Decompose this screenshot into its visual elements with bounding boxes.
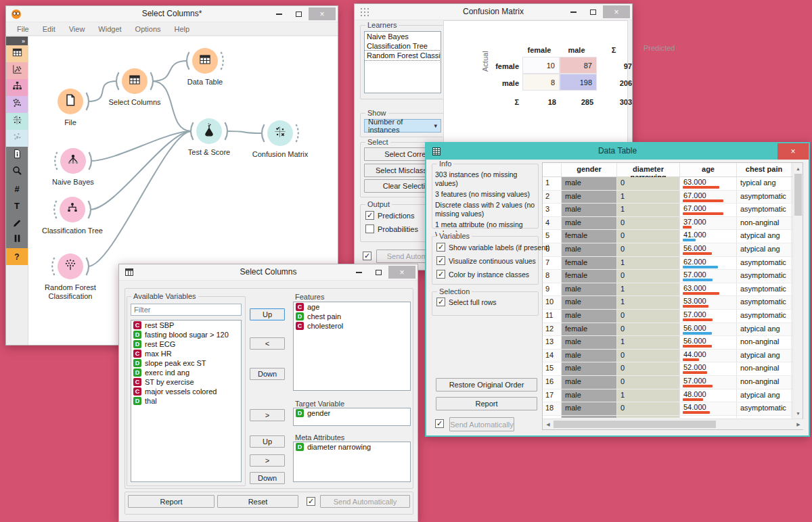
scroll-up-icon[interactable]: ▲ <box>793 164 803 172</box>
horizontal-scroll-handle[interactable] <box>554 421 716 428</box>
table-row[interactable]: 10male153.000asymptomatic <box>543 296 803 310</box>
table-row[interactable]: 12female056.000atypical ang <box>543 323 803 337</box>
table-row[interactable]: 5female041.000atypical ang <box>543 230 803 243</box>
close-button[interactable]: × <box>309 7 336 20</box>
probabilities-checkbox[interactable] <box>365 224 374 233</box>
column-header-age[interactable]: age <box>680 163 737 176</box>
cm-titlebar[interactable]: Confusion Matrix × <box>355 4 632 20</box>
table-row[interactable]: 7female162.000asymptomatic <box>543 257 803 270</box>
column-header-chest pain[interactable]: chest pain <box>737 163 792 176</box>
target-variable-list[interactable]: Dgender <box>293 408 411 426</box>
maximize-button[interactable] <box>289 7 309 20</box>
variable-item[interactable]: Dexerc ind ang <box>131 368 241 377</box>
table-row[interactable]: 16male057.000non-anginal <box>543 376 803 389</box>
menu-options[interactable]: Options <box>129 25 168 33</box>
variable-item[interactable]: CST by exercise <box>131 377 241 387</box>
move-button-up[interactable]: Up <box>250 435 285 448</box>
doc-info-tool[interactable] <box>6 147 28 164</box>
variable-item[interactable]: Dslope peak exc ST <box>131 358 241 368</box>
column-header-rownum[interactable] <box>543 163 562 176</box>
meta-attributes-list[interactable]: Ddiameter narrowing <box>293 442 411 482</box>
variable-item[interactable]: Cmajor vessels colored <box>131 387 241 396</box>
random-forest-node[interactable] <box>58 254 83 279</box>
variable-item[interactable]: Dchest pain <box>294 312 410 321</box>
scroll-left-icon[interactable]: ◀ <box>544 419 552 430</box>
scroll-right-icon[interactable]: ▶ <box>794 419 803 430</box>
predictions-checkbox[interactable]: ✓ <box>365 211 374 220</box>
sc-titlebar[interactable]: Select Columns × <box>119 264 418 281</box>
column-header-gender[interactable]: gender <box>562 163 617 176</box>
cm-close-button[interactable]: × <box>603 5 630 18</box>
sc-close-button[interactable]: × <box>388 266 415 279</box>
variable-item[interactable]: Ddiameter narrowing <box>294 442 410 452</box>
confusion-matrix-node[interactable] <box>267 120 293 146</box>
matrix-cell[interactable]: 87 <box>560 57 597 74</box>
sc-minimize-button[interactable] <box>349 266 369 279</box>
cm-send-auto-checkbox[interactable]: ✓ <box>363 252 371 260</box>
variable-item[interactable]: Dthal <box>131 396 241 406</box>
move-button-down[interactable]: Down <box>250 368 285 380</box>
dt-report-button[interactable]: Report <box>436 397 537 410</box>
search-tool[interactable] <box>6 164 28 181</box>
table-row[interactable]: 17male148.000atypical ang <box>543 389 803 403</box>
variable-item[interactable]: Cmax HR <box>131 349 241 358</box>
checkbox[interactable]: ✓ <box>436 270 445 279</box>
dt-titlebar[interactable]: Data Table × <box>426 143 809 160</box>
restore-original-order-button[interactable]: Restore Original Order <box>436 378 537 392</box>
draw-tool[interactable] <box>6 214 28 231</box>
available-variables-list[interactable]: Crest SBPDfasting blood sugar > 120Drest… <box>131 320 242 482</box>
minimize-button[interactable] <box>269 7 289 20</box>
show-combobox[interactable]: Number of instances ▾ <box>364 119 441 133</box>
data-category[interactable] <box>6 45 28 62</box>
horizontal-scrollbar[interactable]: ◀ ▶ <box>543 419 804 429</box>
canvas-titlebar[interactable]: Select Columns* × <box>6 6 338 22</box>
extra-category[interactable] <box>6 130 28 147</box>
menu-edit[interactable]: Edit <box>36 25 62 33</box>
table-row[interactable]: 4male037.000non-anginal <box>543 217 803 231</box>
variable-item[interactable]: Drest ECG <box>131 339 241 349</box>
grid-snap-tool[interactable]: # <box>6 181 28 197</box>
file-node[interactable] <box>58 89 83 114</box>
dt-send-auto-checkbox[interactable]: ✓ <box>435 419 444 428</box>
checkbox[interactable]: ✓ <box>436 243 445 252</box>
table-row[interactable]: 9male163.000asymptomatic <box>543 283 803 297</box>
naive-bayes-node[interactable] <box>60 148 86 174</box>
column-header-diameter narrowing[interactable]: diameter narrowing <box>617 163 680 176</box>
matrix-cell[interactable]: 8 <box>522 74 560 91</box>
evaluate-category[interactable] <box>6 96 28 113</box>
move-button-left[interactable]: < <box>250 337 285 350</box>
move-button-right[interactable]: > <box>250 409 285 421</box>
variable-item[interactable]: Ccholesterol <box>294 321 410 331</box>
sc-send-automatically-button[interactable]: Send Automatically <box>320 495 410 508</box>
table-row[interactable]: 11male057.000asymptomatic <box>543 310 803 323</box>
checkbox[interactable]: ✓ <box>436 256 445 265</box>
table-row[interactable]: 2male167.000asymptomatic <box>543 191 803 204</box>
filter-input[interactable] <box>131 304 242 316</box>
help-tool[interactable]: ? <box>6 248 28 265</box>
sc-send-auto-checkbox[interactable]: ✓ <box>307 497 315 506</box>
move-button-right[interactable]: > <box>250 454 285 467</box>
table-row[interactable]: 14male044.000atypical ang <box>543 350 803 363</box>
pause-tool[interactable] <box>6 231 28 248</box>
move-button-up[interactable]: Up <box>250 308 285 321</box>
menu-file[interactable]: File <box>10 25 36 33</box>
table-row[interactable]: 3male167.000asymptomatic <box>543 204 803 217</box>
learner-item[interactable]: Classification Tree <box>365 41 441 51</box>
checkbox[interactable]: ✓ <box>436 298 445 306</box>
table-row[interactable]: 1male063.000typical ang <box>543 177 803 191</box>
dt-maximize-button[interactable] <box>758 143 777 157</box>
data-table-node[interactable] <box>192 48 218 74</box>
test-score-node[interactable] <box>196 118 222 144</box>
text-tool[interactable]: T <box>6 197 28 214</box>
variable-item[interactable]: Crest SBP <box>131 321 241 330</box>
table-header[interactable]: genderdiameter narrowingagechest pain <box>543 163 803 177</box>
variable-item[interactable]: Dgender <box>294 408 410 418</box>
variable-item[interactable]: Dfasting blood sugar > 120 <box>131 330 241 339</box>
menu-help[interactable]: Help <box>168 25 197 33</box>
cm-maximize-button[interactable] <box>583 5 603 18</box>
table-row[interactable]: 13male156.000non-anginal <box>543 336 803 350</box>
data-table[interactable]: genderdiameter narrowingagechest pain 1m… <box>542 162 803 430</box>
cm-minimize-button[interactable] <box>564 5 583 18</box>
table-row[interactable]: 18male054.000asymptomatic <box>543 402 803 416</box>
dt-close-button[interactable]: × <box>777 143 809 160</box>
